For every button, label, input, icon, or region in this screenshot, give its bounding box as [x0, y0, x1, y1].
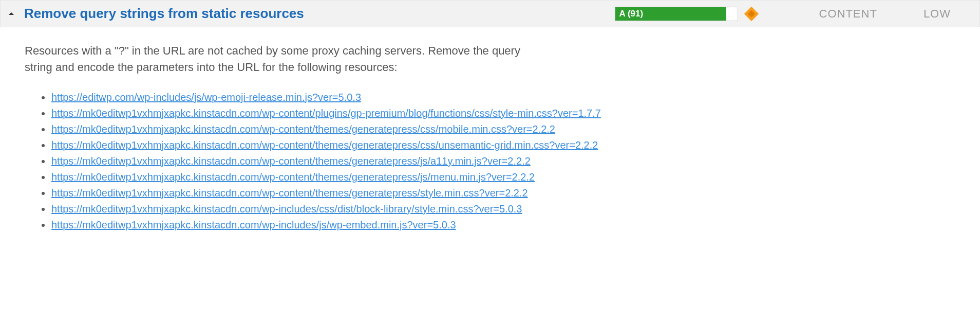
list-item: https://editwp.com/wp-includes/js/wp-emo…: [51, 90, 955, 105]
list-item: https://mk0editwp1vxhmjxapkc.kinstacdn.c…: [51, 202, 955, 217]
meta-right: CONTENT LOW: [819, 7, 951, 21]
svg-marker-0: [9, 12, 14, 15]
list-item: https://mk0editwp1vxhmjxapkc.kinstacdn.c…: [51, 218, 955, 233]
list-item: https://mk0editwp1vxhmjxapkc.kinstacdn.c…: [51, 138, 955, 153]
resource-link[interactable]: https://mk0editwp1vxhmjxapkc.kinstacdn.c…: [51, 155, 531, 167]
list-item: https://mk0editwp1vxhmjxapkc.kinstacdn.c…: [51, 186, 955, 201]
resource-link[interactable]: https://mk0editwp1vxhmjxapkc.kinstacdn.c…: [51, 187, 528, 199]
resource-link[interactable]: https://mk0editwp1vxhmjxapkc.kinstacdn.c…: [51, 219, 456, 230]
resource-link[interactable]: https://mk0editwp1vxhmjxapkc.kinstacdn.c…: [51, 139, 598, 151]
grade-label: A (91): [619, 9, 644, 19]
list-item: https://mk0editwp1vxhmjxapkc.kinstacdn.c…: [51, 154, 955, 169]
resource-list: https://editwp.com/wp-includes/js/wp-emo…: [25, 90, 955, 233]
collapse-toggle[interactable]: [9, 11, 14, 16]
rule-body: Resources with a "?" in the URL are not …: [0, 27, 980, 249]
list-item: https://mk0editwp1vxhmjxapkc.kinstacdn.c…: [51, 122, 955, 137]
resource-link[interactable]: https://editwp.com/wp-includes/js/wp-emo…: [51, 92, 361, 103]
resource-link[interactable]: https://mk0editwp1vxhmjxapkc.kinstacdn.c…: [51, 108, 601, 119]
grade-fill: A (91): [615, 7, 727, 21]
priority-diamond-icon: [745, 8, 758, 20]
caret-up-icon: [9, 11, 14, 16]
list-item: https://mk0editwp1vxhmjxapkc.kinstacdn.c…: [51, 170, 955, 185]
rule-description: Resources with a "?" in the URL are not …: [25, 43, 538, 76]
rule-header[interactable]: Remove query strings from static resourc…: [0, 0, 980, 27]
rule-title[interactable]: Remove query strings from static resourc…: [24, 6, 304, 22]
resource-link[interactable]: https://mk0editwp1vxhmjxapkc.kinstacdn.c…: [51, 171, 535, 183]
resource-link[interactable]: https://mk0editwp1vxhmjxapkc.kinstacdn.c…: [51, 203, 522, 215]
category-label: CONTENT: [819, 7, 877, 21]
resource-link[interactable]: https://mk0editwp1vxhmjxapkc.kinstacdn.c…: [51, 123, 555, 135]
priority-label: LOW: [924, 7, 951, 21]
grade-bar: A (91): [615, 7, 738, 21]
grade-container: A (91): [615, 7, 758, 21]
list-item: https://mk0editwp1vxhmjxapkc.kinstacdn.c…: [51, 106, 955, 121]
